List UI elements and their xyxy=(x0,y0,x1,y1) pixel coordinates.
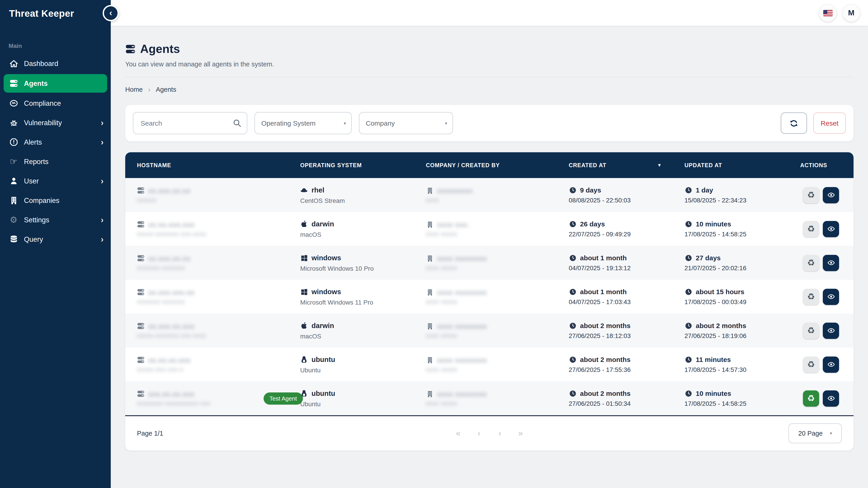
server-icon xyxy=(137,390,145,398)
eye-icon xyxy=(827,225,835,233)
view-button[interactable] xyxy=(823,221,839,237)
database-icon xyxy=(9,235,18,244)
hostname-masked: xx.xxx.xx.xxx xyxy=(148,322,195,330)
eye-icon xyxy=(827,361,835,368)
sidebar-collapse-button[interactable]: ‹ xyxy=(103,5,119,21)
prev-page-button[interactable]: ‹ xyxy=(475,429,483,438)
column-header-updated-at[interactable]: UPDATED AT xyxy=(684,162,800,168)
hostname-sub-masked: xxxxx-xxxxxxx-xxx-xxxx xyxy=(137,332,300,339)
language-button[interactable] xyxy=(819,4,836,22)
reassign-button[interactable]: ♻ xyxy=(803,390,819,406)
chevron-left-icon: ‹ xyxy=(110,8,112,18)
filter-actions: Reset xyxy=(781,112,846,134)
next-page-button[interactable]: › xyxy=(496,429,503,438)
server-icon xyxy=(137,221,145,228)
column-header-company[interactable]: COMPANY / CREATED BY xyxy=(426,162,569,168)
server-icon xyxy=(137,254,145,262)
breadcrumb-separator-icon: › xyxy=(148,86,150,93)
filter-bar: Operating System ▾ Company ▾ Reset xyxy=(125,105,854,141)
server-icon xyxy=(125,44,135,54)
reassign-button[interactable]: ♻ xyxy=(803,221,819,237)
reassign-button[interactable]: ♻ xyxy=(803,356,819,372)
reassign-button[interactable]: ♻ xyxy=(803,255,819,271)
company-select-label: Company xyxy=(366,119,395,127)
sidebar-item-label: Compliance xyxy=(24,99,61,107)
view-button[interactable] xyxy=(823,356,839,372)
view-button[interactable] xyxy=(823,322,839,339)
sidebar-item-label: User xyxy=(24,177,39,185)
breadcrumb-home[interactable]: Home xyxy=(125,86,143,93)
last-page-button[interactable]: » xyxy=(517,429,524,438)
column-header-os[interactable]: OPERATING SYSTEM xyxy=(300,162,426,168)
reset-button[interactable]: Reset xyxy=(813,112,846,134)
sidebar-item-settings[interactable]: ⚙ Settings › xyxy=(0,210,111,230)
column-header-created-at[interactable]: CREATED AT ▼ xyxy=(569,162,684,168)
chevron-right-icon: › xyxy=(101,177,103,185)
recycle-icon: ♻ xyxy=(807,224,815,234)
user-avatar[interactable]: M xyxy=(843,4,860,22)
user-icon xyxy=(9,176,18,186)
sidebar-item-compliance[interactable]: Compliance xyxy=(0,94,111,113)
clock-icon xyxy=(684,288,692,295)
recycle-icon: ♻ xyxy=(807,190,815,200)
view-button[interactable] xyxy=(823,187,839,203)
operating-system-select[interactable]: Operating System ▾ xyxy=(254,112,352,134)
per-page-select[interactable]: 20 Page ▾ xyxy=(788,423,842,443)
server-icon xyxy=(137,288,145,296)
company-masked: xxxxxxxxx xyxy=(437,187,473,194)
breadcrumb: Home › Agents xyxy=(125,86,854,93)
sidebar-item-dashboard[interactable]: Dashboard xyxy=(0,54,111,73)
sidebar-item-alerts[interactable]: Alerts › xyxy=(0,132,111,152)
first-page-button[interactable]: « xyxy=(455,429,462,438)
reassign-button[interactable]: ♻ xyxy=(803,322,819,339)
home-icon xyxy=(9,59,18,68)
hostname-masked: xx.xxx.xxx.xx xyxy=(148,289,195,296)
windows-icon xyxy=(300,288,308,295)
created-date: 04/07/2025 - 17:03:43 xyxy=(569,298,684,305)
column-header-hostname[interactable]: HOSTNAME xyxy=(137,162,300,168)
topbar: M xyxy=(111,0,868,26)
recycle-icon: ♻ xyxy=(807,291,815,302)
company-sub-masked: xxxx xyxy=(426,197,569,203)
apple-icon xyxy=(300,322,308,329)
sidebar-item-reports[interactable]: ☞ Reports xyxy=(0,152,111,171)
updated-date: 15/08/2025 - 22:34:23 xyxy=(684,197,800,204)
header-divider xyxy=(125,77,854,77)
sidebar-item-user[interactable]: User › xyxy=(0,171,111,191)
page-subtitle: You can view and manage all agents in th… xyxy=(125,61,854,68)
hostname-masked: xx.xx.xx.xxx xyxy=(148,356,191,363)
created-date: 08/08/2025 - 22:50:03 xyxy=(569,197,684,204)
gear-icon: ⚙ xyxy=(9,215,18,224)
page-title: Agents xyxy=(140,42,180,56)
building-icon xyxy=(426,254,434,262)
refresh-button[interactable] xyxy=(781,112,807,134)
search-input[interactable] xyxy=(140,119,229,127)
hostname-masked: xx.xxx.xx.xx xyxy=(148,187,191,194)
sidebar-section-label: Main xyxy=(8,42,111,49)
company-masked: xxxx xxx. xyxy=(437,221,469,228)
building-icon xyxy=(426,322,434,330)
sort-desc-icon[interactable]: ▼ xyxy=(657,163,662,168)
view-button[interactable] xyxy=(823,289,839,305)
reassign-button[interactable]: ♻ xyxy=(803,289,819,305)
sidebar-item-agents[interactable]: Agents xyxy=(4,74,107,93)
sidebar-item-label: Reports xyxy=(24,158,49,166)
updated-relative: about 2 months xyxy=(696,322,746,329)
company-select[interactable]: Company ▾ xyxy=(359,112,453,134)
view-button[interactable] xyxy=(823,390,839,406)
server-icon xyxy=(137,356,145,364)
created-date: 27/06/2025 - 18:12:03 xyxy=(569,332,684,339)
clock-icon xyxy=(569,254,577,262)
updated-date: 17/08/2025 - 00:03:49 xyxy=(684,298,800,305)
os-name: ubuntu xyxy=(311,389,335,397)
sidebar-item-label: Query xyxy=(24,235,43,243)
view-button[interactable] xyxy=(823,255,839,271)
company-sub-masked: xxxx xxxxx xyxy=(426,332,569,339)
sidebar-item-vulnerability[interactable]: Vulnerability › xyxy=(0,113,111,132)
apple-icon xyxy=(300,220,308,228)
reassign-button[interactable]: ♻ xyxy=(803,187,819,203)
building-icon xyxy=(426,187,434,194)
sidebar-item-query[interactable]: Query › xyxy=(0,230,111,249)
sidebar-item-companies[interactable]: Companies xyxy=(0,191,111,210)
server-icon xyxy=(137,187,145,194)
